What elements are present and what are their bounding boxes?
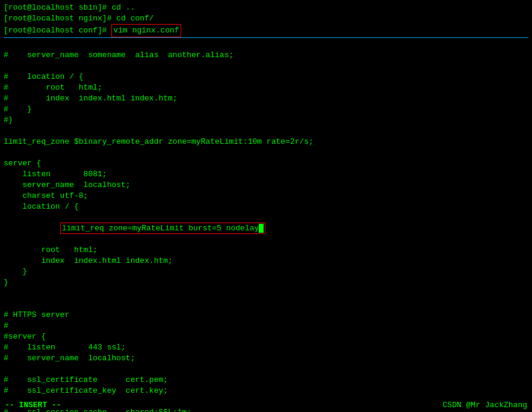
code-line: listen 8081; (4, 169, 528, 180)
code-line: # location / { (4, 72, 528, 82)
code-line: # HTTPS server (4, 310, 528, 321)
blank-line (4, 299, 528, 310)
code-line: # } (4, 104, 528, 115)
code-line: # ssl_certificate cert.pem; (4, 375, 528, 386)
watermark-text: CSDN @Mr JackZhang (443, 400, 527, 411)
code-line: limit_req_zone $binary_remote_addr zone=… (4, 137, 528, 147)
terminal-line-1: [root@localhost sbin]# cd .. (4, 2, 528, 13)
status-bar: -- INSERT -- CSDN @Mr JackZhang (0, 399, 532, 412)
terminal-line-2: [root@localhost nginx]# cd conf/ (4, 13, 528, 24)
code-line: # server_name somename alias another.ali… (4, 50, 528, 61)
code-line: server_name localhost; (4, 180, 528, 191)
code-line: # index index.html index.htm; (4, 93, 528, 104)
blank-line (4, 288, 528, 299)
code-text (22, 224, 60, 233)
code-line: # ssl_certificate_key cert.key; (4, 386, 528, 396)
code-line: # root html; (4, 82, 528, 93)
prompt-text: [root@localhost nginx]# cd conf/ (4, 13, 154, 24)
highlighted-command: vim nginx.conf (111, 24, 181, 37)
code-line: } (4, 266, 528, 277)
code-line: location / { (4, 201, 528, 212)
code-line: # listen 443 ssl; (4, 342, 528, 353)
blank-line (4, 126, 528, 137)
code-line: #} (4, 115, 528, 126)
blank-line (4, 364, 528, 375)
cursor (259, 224, 264, 233)
code-line: charset utf-8; (4, 191, 528, 201)
terminal-line-3: [root@localhost conf]# vim nginx.conf (4, 24, 528, 38)
prompt-text: [root@localhost sbin]# cd .. (4, 2, 135, 13)
blank-line (4, 147, 528, 158)
terminal: [root@localhost sbin]# cd .. [root@local… (0, 0, 532, 412)
code-line: root html; (4, 245, 528, 256)
blank-line (4, 39, 528, 50)
limit-req-highlight: limit_req zone=myRateLimit burst=5 nodel… (60, 223, 265, 234)
blank-line (4, 61, 528, 72)
prompt-text: [root@localhost conf]# (4, 25, 111, 36)
code-line: server { (4, 158, 528, 169)
code-line: #server { (4, 331, 528, 342)
cursor-line: limit_req zone=myRateLimit burst=5 nodel… (4, 212, 528, 245)
code-line: index index.html index.htm; (4, 256, 528, 266)
vim-mode: -- INSERT -- (5, 400, 61, 411)
code-line: } (4, 277, 528, 288)
code-line: # (4, 321, 528, 331)
code-line: # server_name localhost; (4, 353, 528, 364)
